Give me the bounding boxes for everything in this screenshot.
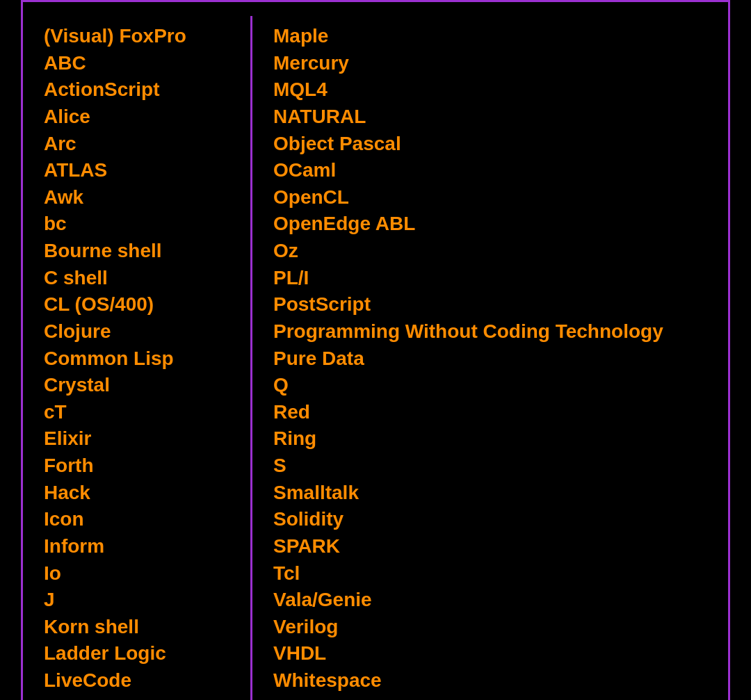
list-item: Mercury (273, 50, 707, 77)
list-item: OCaml (273, 157, 707, 184)
list-item: S (273, 453, 707, 480)
list-item: Q (273, 372, 707, 399)
list-item: Common Lisp (44, 345, 229, 373)
list-item: Oz (273, 238, 707, 265)
right-column: MapleMercuryMQL4NATURALObject PascalOCam… (252, 16, 728, 700)
list-item: Vala/Genie (273, 587, 707, 614)
list-item: Verilog (273, 614, 707, 641)
list-item: Object Pascal (273, 131, 707, 158)
list-item: Whitespace (273, 667, 707, 694)
list-item: Awk (44, 184, 229, 211)
list-item: cT (44, 399, 229, 426)
list-item: NATURAL (273, 104, 707, 131)
list-item: CL (OS/400) (44, 291, 229, 318)
list-item: Red (273, 399, 707, 426)
list-item: C shell (44, 265, 229, 292)
list-item: Ring (273, 425, 707, 453)
list-item: Icon (44, 506, 229, 533)
main-container: (Visual) FoxProABCActionScriptAliceArcAT… (21, 0, 730, 700)
list-item: PostScript (273, 291, 707, 318)
list-item: bc (44, 211, 229, 238)
list-item: Programming Without Coding Technology (273, 318, 707, 345)
list-item: Maple (273, 23, 707, 50)
list-item: Inform (44, 533, 229, 560)
list-item: OpenEdge ABL (273, 211, 707, 238)
list-item: ABC (44, 50, 229, 77)
list-item: Hack (44, 480, 229, 507)
list-item: VHDL (273, 640, 707, 667)
list-item: Arc (44, 131, 229, 158)
list-item: PL/I (273, 265, 707, 292)
list-item: Ladder Logic (44, 640, 229, 667)
list-item: Tcl (273, 560, 707, 587)
list-item: SPARK (273, 533, 707, 560)
list-item: (Visual) FoxPro (44, 23, 229, 50)
list-item: ATLAS (44, 157, 229, 184)
list-item: J (44, 587, 229, 614)
list-item: Forth (44, 453, 229, 480)
list-item: Elixir (44, 425, 229, 453)
list-item: Korn shell (44, 614, 229, 641)
list-item: Solidity (273, 506, 707, 533)
list-item: Alice (44, 104, 229, 131)
list-item: Io (44, 560, 229, 587)
list-item: OpenCL (273, 184, 707, 211)
list-item: LiveCode (44, 667, 229, 694)
list-item: MQL4 (273, 76, 707, 104)
list-item: Crystal (44, 372, 229, 399)
list-item: Bourne shell (44, 238, 229, 265)
list-item: ActionScript (44, 76, 229, 104)
list-item: Clojure (44, 318, 229, 345)
list-item: Smalltalk (273, 480, 707, 507)
left-column: (Visual) FoxProABCActionScriptAliceArcAT… (23, 16, 252, 700)
list-item: Pure Data (273, 345, 707, 373)
